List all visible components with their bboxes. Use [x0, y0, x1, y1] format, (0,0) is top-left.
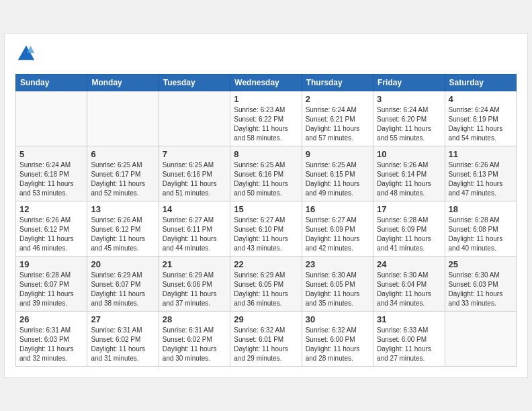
day-info: Sunrise: 6:27 AMSunset: 6:10 PMDaylight:…	[234, 216, 298, 253]
day-number: 14	[163, 204, 226, 214]
day-cell: 17Sunrise: 6:28 AMSunset: 6:09 PMDayligh…	[373, 201, 445, 257]
day-info: Sunrise: 6:31 AMSunset: 6:02 PMDaylight:…	[91, 326, 154, 363]
day-number: 9	[306, 149, 369, 159]
day-cell: 21Sunrise: 6:29 AMSunset: 6:06 PMDayligh…	[159, 257, 230, 312]
day-number: 1	[234, 94, 298, 104]
day-cell: 18Sunrise: 6:28 AMSunset: 6:08 PMDayligh…	[445, 201, 516, 257]
day-info: Sunrise: 6:27 AMSunset: 6:09 PMDaylight:…	[306, 216, 369, 253]
day-number: 27	[91, 314, 154, 324]
day-info: Sunrise: 6:24 AMSunset: 6:21 PMDaylight:…	[306, 105, 369, 143]
header-cell-thursday: Thursday	[302, 75, 373, 91]
day-info: Sunrise: 6:31 AMSunset: 6:03 PMDaylight:…	[19, 326, 83, 363]
day-info: Sunrise: 6:23 AMSunset: 6:22 PMDaylight:…	[234, 105, 298, 143]
calendar-table: SundayMondayTuesdayWednesdayThursdayFrid…	[15, 74, 517, 367]
day-cell	[16, 91, 87, 146]
day-info: Sunrise: 6:29 AMSunset: 6:07 PMDaylight:…	[91, 271, 154, 308]
day-cell: 19Sunrise: 6:28 AMSunset: 6:07 PMDayligh…	[16, 257, 87, 312]
day-number: 20	[91, 259, 154, 269]
week-row-5: 26Sunrise: 6:31 AMSunset: 6:03 PMDayligh…	[16, 312, 517, 367]
day-info: Sunrise: 6:25 AMSunset: 6:16 PMDaylight:…	[163, 161, 226, 198]
day-cell	[87, 91, 159, 146]
week-row-3: 12Sunrise: 6:26 AMSunset: 6:12 PMDayligh…	[16, 201, 517, 257]
week-row-2: 5Sunrise: 6:24 AMSunset: 6:18 PMDaylight…	[16, 146, 517, 201]
day-cell: 12Sunrise: 6:26 AMSunset: 6:12 PMDayligh…	[16, 201, 87, 257]
day-cell: 24Sunrise: 6:30 AMSunset: 6:04 PMDayligh…	[373, 257, 445, 312]
header	[15, 44, 517, 66]
day-number: 30	[306, 314, 369, 324]
calendar-container: SundayMondayTuesdayWednesdayThursdayFrid…	[4, 33, 528, 379]
header-cell-wednesday: Wednesday	[230, 75, 302, 91]
day-info: Sunrise: 6:25 AMSunset: 6:15 PMDaylight:…	[306, 161, 369, 198]
day-cell: 25Sunrise: 6:30 AMSunset: 6:03 PMDayligh…	[445, 257, 516, 312]
day-info: Sunrise: 6:28 AMSunset: 6:09 PMDaylight:…	[377, 216, 441, 253]
day-number: 8	[234, 149, 298, 159]
day-number: 12	[19, 204, 83, 214]
day-info: Sunrise: 6:30 AMSunset: 6:03 PMDaylight:…	[449, 271, 513, 308]
day-info: Sunrise: 6:33 AMSunset: 6:00 PMDaylight:…	[377, 326, 441, 363]
day-cell: 27Sunrise: 6:31 AMSunset: 6:02 PMDayligh…	[87, 312, 159, 367]
day-cell	[159, 91, 230, 146]
day-info: Sunrise: 6:32 AMSunset: 6:00 PMDaylight:…	[306, 326, 369, 363]
day-cell: 7Sunrise: 6:25 AMSunset: 6:16 PMDaylight…	[159, 146, 230, 201]
day-info: Sunrise: 6:24 AMSunset: 6:20 PMDaylight:…	[377, 105, 441, 143]
day-number: 4	[449, 94, 513, 104]
day-number: 28	[163, 314, 226, 324]
day-info: Sunrise: 6:26 AMSunset: 6:13 PMDaylight:…	[449, 161, 513, 198]
day-number: 11	[449, 149, 513, 159]
day-cell: 5Sunrise: 6:24 AMSunset: 6:18 PMDaylight…	[16, 146, 87, 201]
day-cell: 23Sunrise: 6:30 AMSunset: 6:05 PMDayligh…	[302, 257, 373, 312]
day-cell: 15Sunrise: 6:27 AMSunset: 6:10 PMDayligh…	[230, 201, 302, 257]
day-cell: 9Sunrise: 6:25 AMSunset: 6:15 PMDaylight…	[302, 146, 373, 201]
day-info: Sunrise: 6:28 AMSunset: 6:08 PMDaylight:…	[449, 216, 513, 253]
day-info: Sunrise: 6:27 AMSunset: 6:11 PMDaylight:…	[163, 216, 226, 253]
header-cell-saturday: Saturday	[445, 75, 516, 91]
day-cell: 6Sunrise: 6:25 AMSunset: 6:17 PMDaylight…	[87, 146, 159, 201]
day-cell: 30Sunrise: 6:32 AMSunset: 6:00 PMDayligh…	[302, 312, 373, 367]
day-number: 24	[377, 259, 441, 269]
day-number: 29	[234, 314, 298, 324]
day-cell: 8Sunrise: 6:25 AMSunset: 6:16 PMDaylight…	[230, 146, 302, 201]
day-info: Sunrise: 6:31 AMSunset: 6:02 PMDaylight:…	[163, 326, 226, 363]
day-info: Sunrise: 6:29 AMSunset: 6:05 PMDaylight:…	[234, 271, 298, 308]
day-info: Sunrise: 6:26 AMSunset: 6:12 PMDaylight:…	[91, 216, 154, 253]
day-info: Sunrise: 6:29 AMSunset: 6:06 PMDaylight:…	[163, 271, 226, 308]
day-number: 16	[306, 204, 369, 214]
day-cell: 4Sunrise: 6:24 AMSunset: 6:19 PMDaylight…	[445, 91, 516, 146]
day-cell: 10Sunrise: 6:26 AMSunset: 6:14 PMDayligh…	[373, 146, 445, 201]
day-cell: 13Sunrise: 6:26 AMSunset: 6:12 PMDayligh…	[87, 201, 159, 257]
day-cell: 3Sunrise: 6:24 AMSunset: 6:20 PMDaylight…	[373, 91, 445, 146]
day-number: 2	[306, 94, 369, 104]
week-row-1: 1Sunrise: 6:23 AMSunset: 6:22 PMDaylight…	[16, 91, 517, 146]
day-number: 3	[377, 94, 441, 104]
day-info: Sunrise: 6:30 AMSunset: 6:05 PMDaylight:…	[306, 271, 369, 308]
day-info: Sunrise: 6:24 AMSunset: 6:19 PMDaylight:…	[449, 105, 513, 143]
day-info: Sunrise: 6:25 AMSunset: 6:16 PMDaylight:…	[234, 161, 298, 198]
day-cell: 1Sunrise: 6:23 AMSunset: 6:22 PMDaylight…	[230, 91, 302, 146]
header-cell-tuesday: Tuesday	[159, 75, 230, 91]
day-number: 22	[234, 259, 298, 269]
day-number: 7	[163, 149, 226, 159]
header-row: SundayMondayTuesdayWednesdayThursdayFrid…	[16, 75, 517, 91]
day-number: 6	[91, 149, 154, 159]
day-cell: 14Sunrise: 6:27 AMSunset: 6:11 PMDayligh…	[159, 201, 230, 257]
header-cell-monday: Monday	[87, 75, 159, 91]
day-number: 10	[377, 149, 441, 159]
day-cell: 2Sunrise: 6:24 AMSunset: 6:21 PMDaylight…	[302, 91, 373, 146]
day-number: 19	[19, 259, 83, 269]
header-cell-friday: Friday	[373, 75, 445, 91]
logo-icon	[17, 44, 36, 63]
day-number: 31	[377, 314, 441, 324]
day-info: Sunrise: 6:30 AMSunset: 6:04 PMDaylight:…	[377, 271, 441, 308]
day-info: Sunrise: 6:32 AMSunset: 6:01 PMDaylight:…	[234, 326, 298, 363]
day-number: 26	[19, 314, 83, 324]
day-number: 15	[234, 204, 298, 214]
day-info: Sunrise: 6:28 AMSunset: 6:07 PMDaylight:…	[19, 271, 83, 308]
day-cell: 11Sunrise: 6:26 AMSunset: 6:13 PMDayligh…	[445, 146, 516, 201]
day-info: Sunrise: 6:26 AMSunset: 6:14 PMDaylight:…	[377, 161, 441, 198]
day-info: Sunrise: 6:25 AMSunset: 6:17 PMDaylight:…	[91, 161, 154, 198]
day-number: 21	[163, 259, 226, 269]
day-cell: 16Sunrise: 6:27 AMSunset: 6:09 PMDayligh…	[302, 201, 373, 257]
day-number: 23	[306, 259, 369, 269]
day-number: 17	[377, 204, 441, 214]
day-cell: 26Sunrise: 6:31 AMSunset: 6:03 PMDayligh…	[16, 312, 87, 367]
